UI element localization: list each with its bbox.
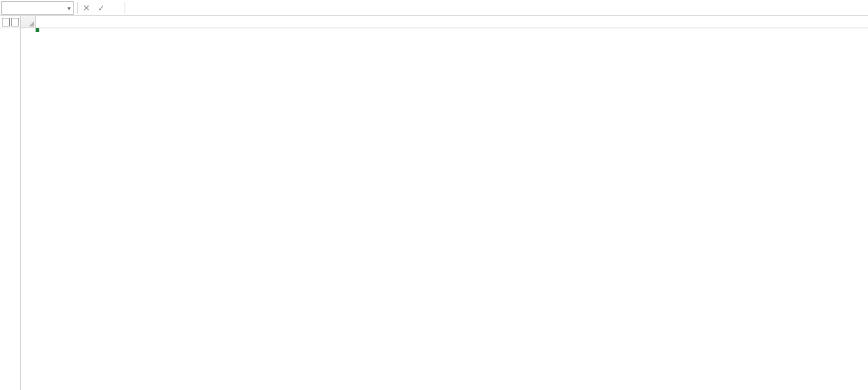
row-numbers — [21, 16, 36, 390]
sheet — [0, 16, 868, 390]
name-box[interactable]: ▾ — [1, 1, 74, 15]
divider — [125, 2, 125, 14]
select-all-corner[interactable] — [21, 16, 36, 28]
chevron-down-icon[interactable]: ▾ — [68, 4, 71, 11]
outline-level-2[interactable] — [11, 18, 19, 26]
grid[interactable] — [36, 16, 868, 390]
confirm-icon[interactable]: ✓ — [96, 3, 106, 13]
column-headers — [36, 16, 868, 28]
outline-levels — [0, 16, 20, 28]
cancel-icon[interactable]: ✕ — [82, 3, 91, 13]
fill-handle[interactable] — [36, 28, 39, 32]
outline-level-1[interactable] — [2, 18, 10, 26]
outline-gutter — [0, 16, 21, 390]
formula-input[interactable] — [129, 1, 868, 15]
outline-body — [0, 28, 20, 390]
divider — [77, 2, 78, 14]
formula-bar: ▾ ✕ ✓ — [0, 0, 868, 16]
formula-bar-icons: ✕ ✓ — [82, 3, 121, 13]
